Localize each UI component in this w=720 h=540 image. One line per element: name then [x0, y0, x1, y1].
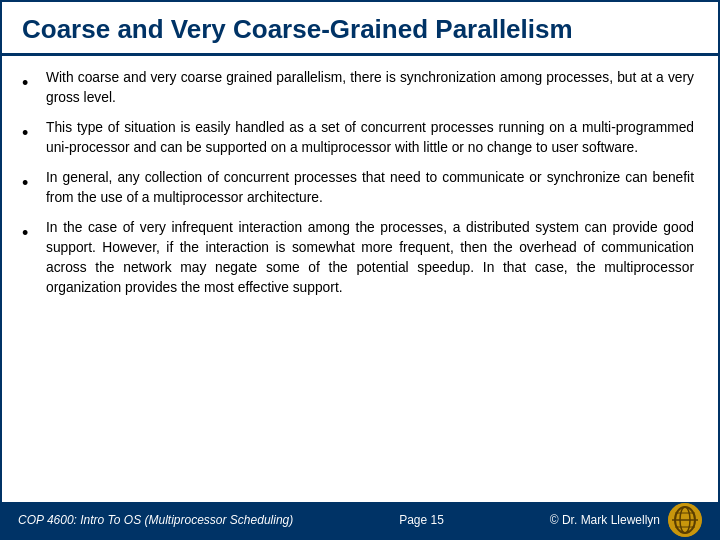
- bullet-dot-4: •: [22, 220, 36, 246]
- bullet-text-1: With coarse and very coarse grained para…: [46, 68, 694, 108]
- bullet-item-3: • In general, any collection of concurre…: [22, 168, 694, 208]
- bullet-item-4: • In the case of very infrequent interac…: [22, 218, 694, 298]
- bullet-text-3: In general, any collection of concurrent…: [46, 168, 694, 208]
- slide: Coarse and Very Coarse-Grained Paralleli…: [0, 0, 720, 540]
- slide-content: • With coarse and very coarse grained pa…: [2, 56, 718, 502]
- bullet-text-2: This type of situation is easily handled…: [46, 118, 694, 158]
- footer-logo: [668, 503, 702, 537]
- bullet-dot-2: •: [22, 120, 36, 146]
- bullet-dot-3: •: [22, 170, 36, 196]
- footer-page: Page 15: [399, 513, 444, 527]
- bullet-dot-1: •: [22, 70, 36, 96]
- slide-title: Coarse and Very Coarse-Grained Paralleli…: [2, 2, 718, 56]
- bullet-text-4: In the case of very infrequent interacti…: [46, 218, 694, 298]
- bullet-item-1: • With coarse and very coarse grained pa…: [22, 68, 694, 108]
- slide-footer: COP 4600: Intro To OS (Multiprocessor Sc…: [2, 502, 718, 538]
- footer-author: © Dr. Mark Llewellyn: [550, 513, 660, 527]
- footer-course: COP 4600: Intro To OS (Multiprocessor Sc…: [18, 513, 293, 527]
- bullet-item-2: • This type of situation is easily handl…: [22, 118, 694, 158]
- footer-right-group: © Dr. Mark Llewellyn: [550, 503, 702, 537]
